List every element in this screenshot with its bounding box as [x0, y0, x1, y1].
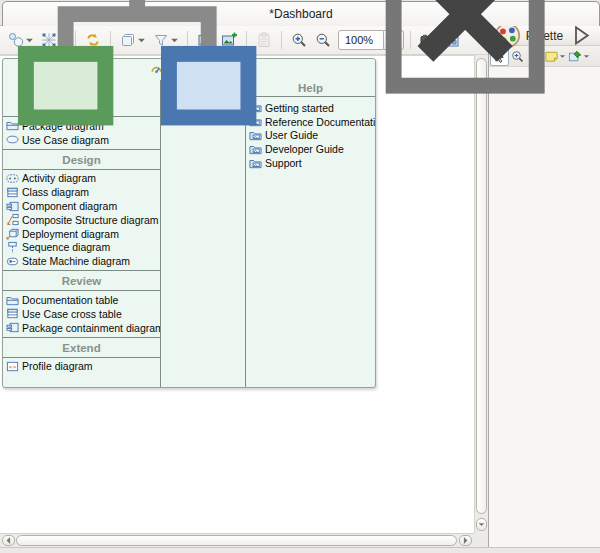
composite-icon: [6, 213, 19, 226]
editor-tab-bar: *Dashboard: [0, 0, 600, 26]
dashboard-item[interactable]: Deployment diagram: [3, 227, 160, 241]
tab-dashboard[interactable]: *Dashboard: [2, 1, 600, 26]
item-label: State Machine diagram: [22, 255, 130, 267]
dashboard-item[interactable]: Class diagram: [3, 185, 160, 199]
dashboard-tab-icon: [10, 0, 264, 141]
class-icon: [6, 307, 19, 320]
dashboard-item[interactable]: Documentation table: [3, 293, 160, 307]
component-icon: [6, 200, 19, 213]
class-icon: [6, 186, 19, 199]
statemachine-icon: [6, 255, 19, 268]
activity-icon: [6, 172, 19, 185]
profile-icon: «»: [6, 360, 19, 373]
item-label: Developer Guide: [265, 143, 344, 155]
scroll-right-button[interactable]: [459, 535, 472, 546]
sequence-icon: [6, 241, 19, 254]
help-folder-icon: [249, 143, 262, 156]
item-label: Deployment diagram: [22, 228, 119, 240]
zoom-out-button[interactable]: [312, 29, 334, 51]
item-label: Documentation table: [22, 294, 118, 306]
dashboard-item[interactable]: Activity diagram: [3, 172, 160, 186]
horizontal-scrollbar[interactable]: [0, 533, 474, 547]
horizontal-scrollbar-thumb[interactable]: [16, 535, 457, 546]
zoom-in-button[interactable]: [288, 29, 310, 51]
section-items: «»Profile diagram: [3, 358, 160, 376]
dashboard-item[interactable]: Use Case cross table: [3, 307, 160, 321]
tab-close-icon[interactable]: [338, 0, 592, 141]
item-label: Package containment diagram: [22, 322, 160, 334]
deployment-icon: [6, 227, 19, 240]
folder-icon: [6, 294, 19, 307]
item-label: Profile diagram: [22, 360, 93, 372]
item-label: User Guide: [265, 129, 318, 141]
papyrus-editor-window: *Dashboard 100% Dashboard Create Capture…: [0, 0, 600, 553]
section-items: Documentation tableUse Case cross tableP…: [3, 291, 160, 337]
item-label: Getting started: [265, 102, 334, 114]
dashboard-item[interactable]: Support: [246, 156, 375, 170]
item-label: Use Case cross table: [22, 308, 122, 320]
toolbar-separator: [281, 31, 282, 49]
item-label: Composite Structure diagram: [22, 214, 159, 226]
scroll-down-button[interactable]: [476, 518, 487, 531]
section-items: Activity diagramClass diagramComponent d…: [3, 170, 160, 272]
dashboard-item[interactable]: «»Profile diagram: [3, 360, 160, 374]
section-header: Review: [3, 271, 160, 291]
dashboard-item[interactable]: Package containment diagram: [3, 321, 160, 335]
dashboard-item[interactable]: State Machine diagram: [3, 254, 160, 268]
zoom-out-icon: [314, 31, 332, 49]
dashboard-item[interactable]: Component diagram: [3, 199, 160, 213]
zoom-in-icon: [290, 31, 308, 49]
item-label: Class diagram: [22, 186, 89, 198]
section-header: Design: [3, 150, 160, 170]
component-icon: [6, 321, 19, 334]
dashboard-item[interactable]: Developer Guide: [246, 142, 375, 156]
svg-text:«»: «»: [9, 363, 17, 371]
item-label: Support: [265, 157, 302, 169]
scroll-left-button[interactable]: [2, 535, 15, 546]
tab-title: *Dashboard: [269, 7, 332, 21]
section-header: Extend: [3, 338, 160, 358]
help-folder-icon: [249, 157, 262, 170]
dashboard-item[interactable]: Sequence diagram: [3, 241, 160, 255]
item-label: Sequence diagram: [22, 241, 110, 253]
dashboard-item[interactable]: Composite Structure diagram: [3, 213, 160, 227]
item-label: Activity diagram: [22, 172, 96, 184]
item-label: Component diagram: [22, 200, 117, 212]
window-bottom-edge: [0, 547, 600, 553]
